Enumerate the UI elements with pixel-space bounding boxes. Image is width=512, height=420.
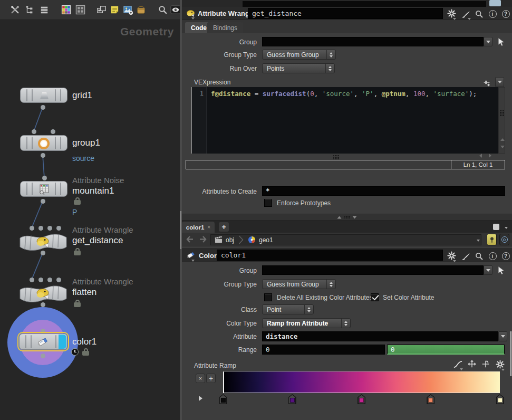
gear-icon[interactable] <box>446 250 457 261</box>
class-dropdown[interactable]: Point <box>262 304 314 314</box>
ramp-gear-icon[interactable] <box>495 359 505 369</box>
windows-icon[interactable] <box>96 5 107 15</box>
connector-dot[interactable] <box>41 105 45 110</box>
marker-cursor-icon[interactable] <box>199 396 202 401</box>
connector-dot[interactable] <box>30 278 34 282</box>
node-label[interactable]: get_distance <box>72 235 123 246</box>
group-input[interactable] <box>262 265 484 275</box>
ramp-remove-point-button[interactable]: × <box>196 374 205 383</box>
delete-color-attributes-checkbox[interactable] <box>264 293 272 301</box>
help-icon[interactable]: ? <box>500 8 511 19</box>
ramp-marker[interactable] <box>427 394 434 404</box>
vex-code-editor[interactable]: 1 f@distance = surfacedist(0, 'source', … <box>191 87 498 154</box>
group-type-dropdown[interactable]: Guess from Group <box>262 50 336 60</box>
path-dropdown-caret[interactable] <box>477 240 480 242</box>
editor-resize-grip[interactable] <box>333 155 339 159</box>
node-menu-caret[interactable] <box>191 260 195 262</box>
brush-icon[interactable] <box>461 8 471 19</box>
radial-menu-button[interactable] <box>499 234 509 245</box>
info-icon[interactable]: i <box>487 8 498 19</box>
ramp-marker[interactable] <box>219 394 227 404</box>
forward-icon[interactable] <box>199 236 207 243</box>
hscroll-right-arrow[interactable] <box>489 154 491 158</box>
search-icon[interactable] <box>158 5 168 15</box>
wrangle-node-icon[interactable] <box>186 9 195 18</box>
splitter-grip[interactable] <box>344 216 350 219</box>
tab-bindings[interactable]: Bindings <box>207 22 243 33</box>
ramp-move-alt-icon[interactable] <box>480 359 491 369</box>
close-tab-icon[interactable]: × <box>207 224 210 230</box>
set-color-attribute-checkbox[interactable] <box>371 293 379 301</box>
search-icon[interactable] <box>474 251 484 261</box>
add-image-icon[interactable] <box>123 5 133 15</box>
enforce-prototypes-checkbox[interactable] <box>264 199 272 207</box>
network-editor[interactable]: Geometry <box>0 0 180 420</box>
ramp-gradient[interactable] <box>223 371 500 393</box>
group-type-dropdown[interactable]: Guess from Group <box>262 279 336 289</box>
range-max-input[interactable]: 0 <box>387 345 505 355</box>
scroll-up-arrow[interactable] <box>500 138 505 141</box>
pane-tab-color1[interactable]: color1× <box>182 222 215 233</box>
connector-dot[interactable] <box>38 278 43 282</box>
node-color1[interactable] <box>19 333 67 350</box>
layout-grid-icon[interactable] <box>75 5 85 15</box>
sticky-note-icon[interactable] <box>110 5 120 15</box>
pane-maximize-icon[interactable] <box>493 224 499 230</box>
connector-dot[interactable] <box>41 329 45 333</box>
node-flatten[interactable] <box>18 282 69 306</box>
connector-dot[interactable] <box>56 226 61 231</box>
list-view-icon[interactable] <box>40 5 49 15</box>
pane-scroll-indicator[interactable] <box>510 331 511 376</box>
tools-icon[interactable] <box>10 5 20 15</box>
info-icon[interactable]: i <box>487 251 498 261</box>
connector-dot[interactable] <box>47 226 52 231</box>
node-name-input[interactable]: get_distance <box>248 8 443 19</box>
display-flag[interactable] <box>59 335 66 349</box>
pin-button[interactable] <box>487 234 497 245</box>
connector-dot[interactable] <box>32 129 36 134</box>
gallery-icon[interactable] <box>136 5 146 15</box>
ramp-curve-icon[interactable] <box>452 359 463 369</box>
connector-dot[interactable] <box>30 226 34 231</box>
pane-menu-caret[interactable] <box>505 227 508 229</box>
node-label[interactable]: grid1 <box>72 90 92 101</box>
ramp-marker[interactable] <box>496 394 504 404</box>
node-grid1[interactable] <box>20 88 67 103</box>
group-input[interactable] <box>262 37 484 46</box>
help-icon[interactable]: ? <box>500 251 511 261</box>
hscroll-left-arrow[interactable] <box>479 154 482 158</box>
select-arrow-icon[interactable] <box>496 36 506 47</box>
connector-dot[interactable] <box>42 176 47 180</box>
node-label[interactable]: color1 <box>72 337 96 347</box>
connector-dot[interactable] <box>41 153 45 158</box>
code-scrollbar[interactable] <box>498 87 505 154</box>
gear-icon[interactable] <box>446 8 457 18</box>
brush-icon[interactable] <box>461 251 471 261</box>
node-get-distance[interactable] <box>18 231 69 254</box>
tree-view-icon[interactable] <box>25 5 34 15</box>
attribute-input[interactable]: distance <box>262 331 498 341</box>
connector-dot[interactable] <box>56 278 61 282</box>
ramp-gear-caret[interactable] <box>501 369 505 371</box>
vexpression-menu-button[interactable] <box>495 77 504 87</box>
node-name-input[interactable]: color1 <box>217 250 443 261</box>
scroll-down-arrow[interactable] <box>500 146 505 148</box>
visibility-icon[interactable] <box>170 5 181 15</box>
pane-splitter-horizontal[interactable] <box>182 214 512 221</box>
ramp-curve-caret[interactable] <box>460 368 463 370</box>
node-menu-caret[interactable] <box>191 17 195 20</box>
ramp-marker[interactable] <box>288 394 296 404</box>
breadcrumb-root[interactable]: obj <box>226 236 234 244</box>
ramp-add-point-button[interactable]: + <box>206 374 216 383</box>
attribute-dropdown-button[interactable] <box>498 331 507 341</box>
attributes-to-create-input[interactable]: * <box>262 186 505 196</box>
search-icon[interactable] <box>474 8 484 19</box>
new-tab-button[interactable]: + <box>219 222 229 232</box>
breadcrumb[interactable]: obj geo1 <box>210 234 481 245</box>
breadcrumb-current[interactable]: geo1 <box>259 236 273 244</box>
color-type-dropdown[interactable]: Ramp from Attribute <box>262 318 351 328</box>
ramp-marker[interactable] <box>358 394 365 404</box>
ramp-move-icon[interactable] <box>467 359 477 369</box>
group-dropdown-button[interactable] <box>484 37 492 46</box>
group-dropdown-button[interactable] <box>484 265 492 275</box>
